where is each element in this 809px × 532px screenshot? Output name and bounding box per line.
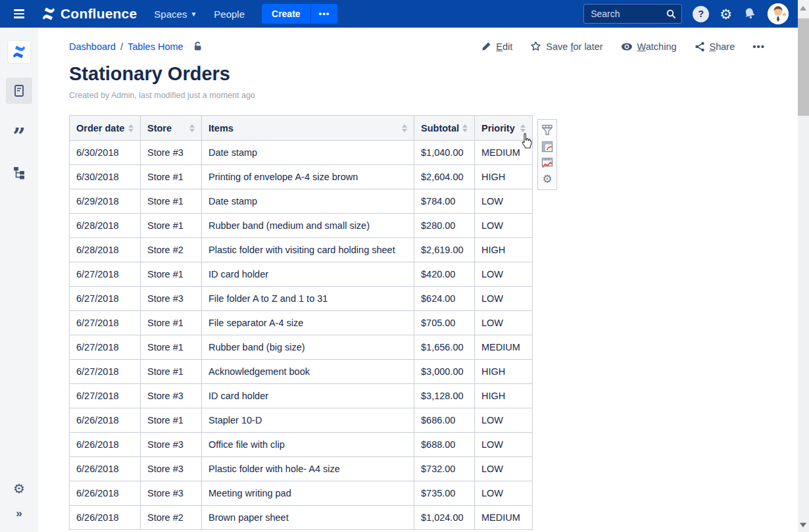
share-icon: [695, 41, 705, 52]
cell-order-date: 6/26/2018: [70, 433, 141, 457]
pivot-table-icon[interactable]: [539, 138, 555, 155]
breadcrumb-dashboard[interactable]: Dashboard: [69, 41, 116, 52]
cell-items: Plastic folder with visiting card holdin…: [202, 238, 414, 262]
nav-spaces[interactable]: Spaces ▼: [154, 9, 197, 20]
expand-sidebar-icon[interactable]: »: [16, 507, 22, 520]
cell-order-date: 6/28/2018: [70, 214, 141, 238]
notification-bell-icon[interactable]: [743, 7, 757, 21]
table-wrapper: Order date Store Items Subtotal Priority…: [69, 115, 765, 530]
cell-items: Stapler 10-D: [202, 408, 414, 433]
chart-from-table-icon[interactable]: [539, 155, 555, 171]
hamburger-menu-icon[interactable]: [7, 3, 32, 24]
sidebar-item-pages[interactable]: [6, 78, 32, 104]
cell-subtotal: $735.00: [414, 481, 475, 506]
brand-name: Confluence: [61, 6, 137, 22]
confluence-mark-icon: [41, 6, 57, 22]
orders-table: Order date Store Items Subtotal Priority…: [69, 115, 533, 530]
cell-order-date: 6/27/2018: [70, 287, 141, 311]
table-row: 6/28/2018Store #1Rubber band (medium and…: [70, 214, 533, 238]
table-header-row: Order date Store Items Subtotal Priority: [70, 116, 533, 141]
watching-button[interactable]: Watching: [621, 41, 677, 52]
save-for-later-button[interactable]: Save for later: [530, 41, 602, 52]
table-row: 6/27/2018Store #3File folder A to Z and …: [70, 287, 533, 311]
column-header-subtotal[interactable]: Subtotal: [414, 116, 475, 141]
cell-subtotal: $1,040.00: [414, 141, 475, 165]
cell-subtotal: $688.00: [414, 433, 475, 457]
confluence-logo[interactable]: Confluence: [41, 6, 137, 22]
cell-items: Office file with clip: [202, 433, 414, 457]
cell-priority: MEDIUM: [475, 506, 533, 530]
nav-right-cluster: ? ⚙: [583, 3, 789, 24]
cell-items: ID card holder: [202, 262, 414, 287]
sort-arrows-icon[interactable]: [189, 124, 195, 132]
column-header-priority[interactable]: Priority: [475, 116, 533, 141]
table-row: 6/26/2018Store #1Stapler 10-D$686.00LOW: [70, 408, 533, 433]
vertical-scrollbar[interactable]: [798, 0, 809, 532]
cell-priority: MEDIUM: [475, 141, 533, 165]
breadcrumb-separator: /: [120, 41, 123, 52]
edit-button[interactable]: Edit: [481, 41, 512, 52]
table-row: 6/30/2018Store #3Date stamp$1,040.00MEDI…: [70, 141, 533, 165]
pencil-icon: [481, 41, 491, 52]
cell-priority: HIGH: [475, 384, 533, 408]
top-navigation-bar: Confluence Spaces ▼ People Create ••• ? …: [0, 0, 798, 28]
cell-store: Store #2: [141, 506, 202, 530]
create-more-button[interactable]: •••: [310, 4, 338, 24]
cell-order-date: 6/29/2018: [70, 189, 141, 214]
sort-arrows-icon[interactable]: [462, 124, 468, 132]
space-logo[interactable]: [8, 41, 30, 63]
cell-items: Plastic folder with hole- A4 size: [202, 457, 414, 481]
macro-settings-gear-icon[interactable]: ⚙: [539, 171, 555, 187]
cell-priority: HIGH: [475, 165, 533, 189]
space-settings-gear-icon[interactable]: ⚙: [13, 482, 25, 495]
cell-priority: LOW: [475, 262, 533, 287]
table-row: 6/27/2018Store #1Acknowledgement book$3,…: [70, 360, 533, 384]
page-byline: Created by Admin, last modified just a m…: [69, 91, 765, 100]
page-title: Stationary Orders: [69, 63, 765, 85]
nav-people[interactable]: People: [214, 9, 245, 20]
breadcrumb-tables-home[interactable]: Tables Home: [128, 41, 184, 52]
sidebar-item-page-tree[interactable]: [6, 159, 32, 185]
left-sidebar: ” ⚙ »: [0, 28, 38, 532]
cell-items: Date stamp: [202, 141, 414, 165]
column-header-items[interactable]: Items: [202, 116, 414, 141]
help-icon[interactable]: ?: [693, 6, 709, 22]
settings-gear-icon[interactable]: ⚙: [720, 7, 732, 21]
search-icon[interactable]: [666, 9, 676, 19]
cell-items: File folder A to Z and 1 to 31: [202, 287, 414, 311]
cell-order-date: 6/26/2018: [70, 457, 141, 481]
scroll-up-arrow[interactable]: [800, 6, 806, 11]
table-row: 6/27/2018Store #1ID card holder$420.00LO…: [70, 262, 533, 287]
sidebar-item-blog[interactable]: ”: [6, 118, 32, 145]
user-avatar[interactable]: [768, 3, 789, 24]
cell-subtotal: $705.00: [414, 311, 475, 335]
sort-arrows-icon[interactable]: [402, 124, 407, 132]
scroll-down-arrow[interactable]: [800, 523, 806, 527]
search-box[interactable]: [583, 4, 682, 24]
cell-items: Rubber band (big size): [202, 335, 414, 360]
sort-arrows-icon[interactable]: [128, 124, 134, 132]
sort-arrows-icon[interactable]: [520, 124, 526, 132]
share-button[interactable]: Share: [695, 41, 735, 52]
table-row: 6/26/2018Store #2Brown paper sheet$1,024…: [70, 506, 533, 530]
page-actions: Edit Save for later Watching: [481, 41, 765, 52]
table-filter-icon[interactable]: [539, 122, 555, 138]
create-button[interactable]: Create: [262, 4, 310, 24]
cell-store: Store #2: [141, 238, 202, 262]
unrestricted-lock-icon[interactable]: [192, 41, 203, 52]
cell-items: Printing of envelope A-4 size brown: [202, 165, 414, 189]
cell-store: Store #3: [141, 287, 202, 311]
breadcrumb-row: Dashboard / Tables Home Edit: [69, 41, 765, 52]
scrollbar-thumb[interactable]: [798, 18, 809, 116]
more-actions-button[interactable]: •••: [752, 41, 765, 52]
table-row: 6/26/2018Store #3Meeting writing pad$735…: [70, 481, 533, 506]
cell-store: Store #3: [141, 433, 202, 457]
cell-store: Store #1: [141, 335, 202, 360]
table-row: 6/26/2018Store #3Office file with clip$6…: [70, 433, 533, 457]
cell-order-date: 6/27/2018: [70, 384, 141, 408]
cell-store: Store #3: [141, 141, 202, 165]
column-header-order-date[interactable]: Order date: [70, 116, 141, 141]
search-input[interactable]: [591, 9, 666, 19]
cell-priority: LOW: [475, 189, 533, 214]
column-header-store[interactable]: Store: [141, 116, 202, 141]
